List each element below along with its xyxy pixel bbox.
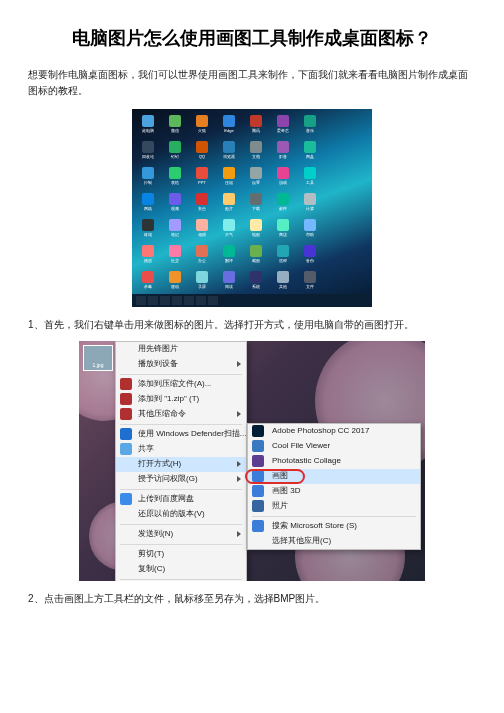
menu-separator [120, 424, 242, 425]
menu-item-label: Cool File Viewer [272, 440, 330, 453]
menu-item-icon [120, 408, 132, 420]
desktop-icon: 回收站 [138, 141, 158, 165]
context-menu-item[interactable]: 授予访问权限(G) [116, 472, 246, 487]
menu-item-label: 其他压缩命令 [138, 408, 186, 421]
menu-item-label: 选择其他应用(C) [272, 535, 331, 548]
openwith-menu-item[interactable]: 画图 3D [248, 484, 420, 499]
desktop-icon: 微信 [165, 115, 185, 139]
menu-separator [120, 374, 242, 375]
desktop-icon: 笔记 [165, 219, 185, 243]
desktop-icon: 驱动 [165, 271, 185, 295]
desktop-icon: 网盘 [300, 141, 320, 165]
desktop-icon: 控制 [138, 167, 158, 191]
context-menu-openwith: Adobe Photoshop CC 2017Cool File ViewerP… [247, 423, 421, 550]
openwith-menu-item[interactable]: 搜索 Microsoft Store (S) [248, 519, 420, 534]
desktop-icon: 杀毒 [138, 271, 158, 295]
chevron-right-icon [237, 476, 241, 482]
chevron-right-icon [237, 461, 241, 467]
desktop-icon: 系统 [246, 271, 266, 295]
menu-item-label: 画图 3D [272, 485, 300, 498]
context-menu-item[interactable]: 添加到压缩文件(A)... [116, 377, 246, 392]
menu-item-label: 剪切(T) [138, 548, 164, 561]
desktop-icon: 备份 [300, 245, 320, 269]
desktop-icon: 网络 [138, 193, 158, 217]
openwith-menu-item[interactable]: 选择其他应用(C) [248, 534, 420, 549]
menu-item-label: 画图 [272, 470, 288, 483]
desktop-icon: 其他 [273, 271, 293, 295]
desktop-icon: 商店 [273, 219, 293, 243]
desktop-icon: 影音 [273, 141, 293, 165]
desktop-icon: 音乐 [300, 115, 320, 139]
intro-text: 想要制作电脑桌面图标，我们可以世界使用画图工具来制作，下面我们就来看看电脑图片制… [28, 67, 476, 99]
step-1: 1、首先，我们右键单击用来做图标的图片。选择打开方式，使用电脑自带的画图打开。 [28, 317, 476, 333]
desktop-icon: 此电脑 [138, 115, 158, 139]
taskbar [132, 294, 372, 307]
menu-item-label: 上传到百度网盘 [138, 493, 194, 506]
openwith-menu-item[interactable]: 照片 [248, 499, 420, 514]
menu-item-label: Phototastic Collage [272, 455, 341, 468]
desktop-icon: 设置 [246, 167, 266, 191]
desktop-icon: 相册 [192, 219, 212, 243]
context-menu-item[interactable]: 剪切(T) [116, 547, 246, 562]
context-menu-item[interactable]: 还原以前的版本(V) [116, 507, 246, 522]
openwith-menu-item[interactable]: Phototastic Collage [248, 454, 420, 469]
desktop-icon: 文件 [300, 271, 320, 295]
start-icon [136, 296, 146, 305]
desktop-icon: 火狐 [192, 115, 212, 139]
openwith-menu-item[interactable]: Cool File Viewer [248, 439, 420, 454]
desktop-icon: QQ [192, 141, 212, 165]
figure-context-menu: 1.jpg 用先锋图片播放到设备添加到压缩文件(A)...添加到 "1.zip"… [79, 341, 425, 581]
menu-separator [120, 524, 242, 525]
desktop-icon: 办公 [192, 245, 212, 269]
desktop-icon: 工具 [300, 167, 320, 191]
desktop-icon: 邮件 [273, 193, 293, 217]
menu-separator [120, 544, 242, 545]
context-menu-item[interactable]: 共享 [116, 442, 246, 457]
menu-item-label: 发送到(N) [138, 528, 173, 541]
context-menu-item[interactable]: 添加到 "1.zip" (T) [116, 392, 246, 407]
context-menu-item[interactable]: 上传到百度网盘 [116, 492, 246, 507]
menu-item-icon [252, 470, 264, 482]
figure-desktop: 此电脑微信火狐Edge腾讯爱奇艺音乐回收站钉钉QQ浏览器文档影音网盘控制表格PP… [132, 109, 372, 307]
context-menu-item[interactable]: 播放到设备 [116, 357, 246, 372]
menu-item-label: 复制(C) [138, 563, 165, 576]
menu-item-icon [120, 393, 132, 405]
context-menu-item[interactable]: 打开方式(H) [116, 457, 246, 472]
context-menu-item[interactable]: 其他压缩命令 [116, 407, 246, 422]
menu-item-icon [120, 443, 132, 455]
desktop-icon: 文档 [246, 141, 266, 165]
desktop-icon: 浏览器 [219, 141, 239, 165]
desktop-icon: 播放 [138, 245, 158, 269]
menu-item-icon [252, 455, 264, 467]
desktop-icon: 远程 [273, 245, 293, 269]
context-menu-main: 用先锋图片播放到设备添加到压缩文件(A)...添加到 "1.zip" (T)其他… [115, 341, 247, 581]
context-menu-item[interactable]: 使用 Windows Defender扫描... [116, 427, 246, 442]
desktop-icon: PPT [192, 167, 212, 191]
image-thumbnail: 1.jpg [83, 345, 113, 371]
menu-item-label: Adobe Photoshop CC 2017 [272, 425, 369, 438]
menu-separator [120, 489, 242, 490]
menu-item-label: 照片 [272, 500, 288, 513]
taskbar-icon [196, 296, 206, 305]
menu-item-icon [120, 493, 132, 505]
menu-separator [252, 516, 416, 517]
openwith-menu-item[interactable]: 画图 [248, 469, 420, 484]
openwith-menu-item[interactable]: Adobe Photoshop CC 2017 [248, 424, 420, 439]
context-menu-item[interactable]: 用先锋图片 [116, 342, 246, 357]
desktop-icon: 下载 [246, 193, 266, 217]
desktop-icon: 腾讯 [246, 115, 266, 139]
menu-item-label: 还原以前的版本(V) [138, 508, 205, 521]
desktop-icon: 社交 [165, 245, 185, 269]
context-menu-item[interactable]: 复制(C) [116, 562, 246, 577]
taskbar-icon [208, 296, 218, 305]
context-menu-item[interactable]: 发送到(N) [116, 527, 246, 542]
menu-item-icon [252, 520, 264, 532]
desktop-icon: 钉钉 [165, 141, 185, 165]
chevron-right-icon [237, 361, 241, 367]
desktop-icon: 录屏 [192, 271, 212, 295]
desktop-icon: 计算 [300, 193, 320, 217]
menu-item-label: 共享 [138, 443, 154, 456]
desktop-icon: 截图 [246, 245, 266, 269]
menu-item-label: 用先锋图片 [138, 343, 178, 356]
desktop-icon: 终端 [138, 219, 158, 243]
